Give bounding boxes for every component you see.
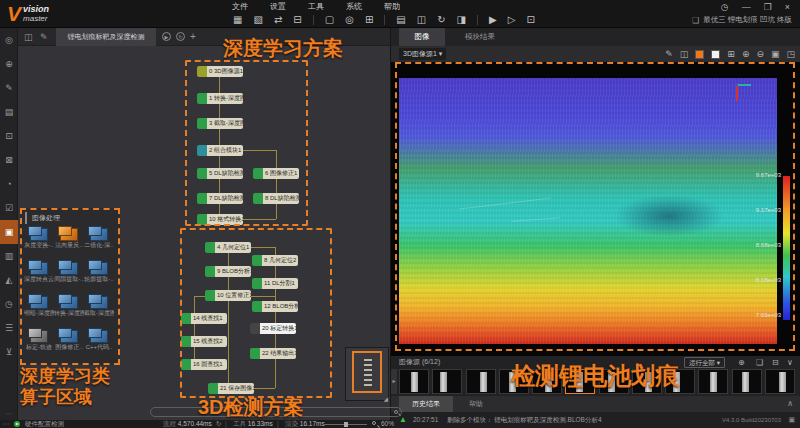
flow-canvas[interactable]: 深度学习方案 3D检测方案 深度学习类 算子区域 0 3D图像源11 转换-深度… xyxy=(18,46,390,420)
compare-icon[interactable]: ◫ xyxy=(680,48,689,60)
palette-operator[interactable]: 法向量反.. xyxy=(54,225,84,259)
fill-3d-icon[interactable]: ◭ xyxy=(0,268,18,292)
one-to-one-icon[interactable]: ▣ xyxy=(771,48,780,60)
color-wheel-icon[interactable]: ◔ xyxy=(0,172,18,196)
strip-expander[interactable]: ▸ xyxy=(391,369,397,394)
refresh-icon[interactable]: ↻ xyxy=(437,13,445,27)
filmstrip-thumbnail[interactable] xyxy=(698,369,728,394)
camera-tool-icon[interactable]: ◎ xyxy=(0,28,18,52)
palette-operator[interactable]: 标定-轨迹 xyxy=(24,327,54,361)
filmstrip-thumbnail[interactable] xyxy=(399,369,429,394)
export-icon[interactable]: ⊟ xyxy=(293,13,301,27)
flow-node[interactable]: 14 线查找1 xyxy=(181,313,227,324)
focus-icon[interactable]: ⊡ xyxy=(0,124,18,148)
menu-item[interactable]: 帮助 xyxy=(384,1,400,12)
loop-run-icon[interactable]: ↻ xyxy=(176,32,185,41)
function-icon[interactable]: ⊡ xyxy=(526,13,534,27)
camera-icon[interactable]: ◎ xyxy=(345,13,354,27)
swatch-orange[interactable] xyxy=(695,50,704,59)
minimize-button[interactable]: — xyxy=(742,2,751,12)
tab-history-results[interactable]: 历史结果 xyxy=(399,396,453,412)
refresh-time-icon[interactable]: ↻ xyxy=(216,420,221,428)
hierarchy-icon[interactable]: ◫ xyxy=(24,28,33,46)
flow-node[interactable]: 4 几何定位1 xyxy=(205,242,251,253)
flow-node[interactable]: 8 几何定位2 xyxy=(252,255,298,266)
timer-icon[interactable]: ◷ xyxy=(0,292,18,316)
flow-node[interactable]: 20 标定转换1 xyxy=(250,323,296,334)
palette-operator[interactable]: 明暗-深度图 xyxy=(24,293,54,327)
palette-operator[interactable]: 转换-深度图 xyxy=(54,293,84,327)
image-viewport[interactable]: 9.67e+039.17e+038.68e+038.18e+037.69e+03 xyxy=(391,62,800,356)
swatch-white[interactable] xyxy=(711,50,720,59)
tool-edit-icon[interactable]: ✎ xyxy=(40,28,48,46)
run-flow-icon[interactable]: ▶ xyxy=(162,32,171,41)
delete-image-button[interactable]: ⊟ xyxy=(772,357,779,368)
history-log-row[interactable]: ▲ 20:27:51 删除多个模块： 锂电划痕标靶及深度检测.BLOB分析4 V… xyxy=(391,412,800,428)
palette-operator[interactable]: 深度转点云 xyxy=(24,259,54,293)
close-button[interactable]: × xyxy=(785,2,790,12)
flow-node[interactable]: 1 转换-深度图1 xyxy=(197,93,243,104)
palette-operator[interactable]: 轮廓提取-.. xyxy=(84,259,114,293)
run-icon[interactable]: ▶ xyxy=(489,13,497,27)
rail-overflow-dots[interactable]: ⋯ xyxy=(0,410,18,418)
palette-operator[interactable]: 灰度变换-.. xyxy=(24,225,54,259)
collapse-strip-button[interactable]: ∨ xyxy=(787,357,793,368)
flow-node[interactable]: 6 图像修正1 xyxy=(253,168,299,179)
restore-button[interactable]: ❐ xyxy=(764,2,772,12)
image-source-select[interactable]: 3D图像源1 ▾ xyxy=(399,48,446,60)
list-tool-icon[interactable]: ☰ xyxy=(0,316,18,340)
fit-view-icon[interactable]: ⊞ xyxy=(727,48,735,60)
module-grid-icon[interactable]: ⊞ xyxy=(365,13,373,27)
tab-solution[interactable]: 锂电划痕标靶及深度检测 xyxy=(56,28,156,46)
chart-tool-icon[interactable]: ▥ xyxy=(0,244,18,268)
palette-operator[interactable]: C++代码.. xyxy=(84,327,114,361)
measure-icon[interactable]: ⊠ xyxy=(0,148,18,172)
flow-node[interactable]: 9 BLOB分析1 xyxy=(205,266,251,277)
zoom-slider-knob[interactable] xyxy=(344,422,348,427)
flow-node[interactable]: 2 组合模块1 xyxy=(197,145,243,156)
menu-item[interactable]: 工具 xyxy=(308,1,324,12)
export-tool-icon[interactable]: ⊻ xyxy=(0,340,18,364)
flow-node[interactable]: 0 3D图像源1 xyxy=(197,66,243,77)
zoom-slider[interactable] xyxy=(325,424,367,425)
tab-image[interactable]: 图像 xyxy=(399,28,445,46)
io-icon[interactable]: ◫ xyxy=(417,13,426,27)
open-folder-button[interactable]: ❏ xyxy=(756,357,763,368)
flow-node[interactable]: 16 圆查找1 xyxy=(181,359,227,370)
menu-item[interactable]: 系统 xyxy=(346,1,362,12)
flow-node[interactable]: 10 位置修正1 xyxy=(205,290,251,301)
av-icon[interactable]: ◨ xyxy=(457,13,466,27)
flow-node[interactable]: 8 DL缺陷检测3 xyxy=(253,193,299,204)
switch-solution-icon[interactable]: ⇄ xyxy=(274,13,282,27)
palette-operator[interactable]: 间隙提取-.. xyxy=(54,259,84,293)
menu-item[interactable]: 设置 xyxy=(270,1,286,12)
flow-node[interactable]: 12 BLOB分析2 xyxy=(252,301,298,312)
draw-pencil-icon[interactable]: ✎ xyxy=(665,48,673,60)
fullscreen-icon[interactable]: ◳ xyxy=(786,48,795,60)
image-process-icon[interactable]: ▣ xyxy=(0,220,18,244)
zoom-in-icon[interactable]: ⊕ xyxy=(742,48,750,60)
flow-node[interactable]: 5 DL缺陷检测1 xyxy=(197,168,243,179)
check-tool-icon[interactable]: ☑ xyxy=(0,196,18,220)
edit-image-icon[interactable]: ✎ xyxy=(0,76,18,100)
flow-node[interactable]: 10 格式转换1 xyxy=(197,214,243,225)
palette-operator[interactable]: 截取-深度图 xyxy=(84,293,114,327)
filmstrip-thumbnail[interactable] xyxy=(732,369,762,394)
flow-node[interactable]: 22 结果输出1 xyxy=(250,348,296,359)
film-icon[interactable]: ▤ xyxy=(396,13,405,27)
open-icon[interactable]: ▧ xyxy=(253,13,262,27)
minimap-viewport[interactable] xyxy=(352,351,382,393)
tab-help[interactable]: 帮助 xyxy=(461,396,491,412)
zoom-out-icon[interactable]: ⊖ xyxy=(756,48,764,60)
flow-node[interactable]: 15 线查找2 xyxy=(181,336,227,347)
history-clock-button[interactable]: ◷ xyxy=(721,2,729,12)
window-layout-icon[interactable]: ▢ xyxy=(325,13,334,27)
flow-node[interactable]: 3 截取-深度图1 xyxy=(197,118,243,129)
palette-operator[interactable]: 二值化-深.. xyxy=(84,225,114,259)
flow-node[interactable]: 7 DL缺陷检测2 xyxy=(197,193,243,204)
flow-node[interactable]: 21 保存图像1 xyxy=(208,383,254,394)
flow-node[interactable]: 11 DL分割1 xyxy=(252,278,298,289)
filmstrip-thumbnail[interactable] xyxy=(765,369,795,394)
add-image-button[interactable]: ⊕ xyxy=(738,357,745,368)
filmstrip-thumbnail[interactable] xyxy=(432,369,462,394)
